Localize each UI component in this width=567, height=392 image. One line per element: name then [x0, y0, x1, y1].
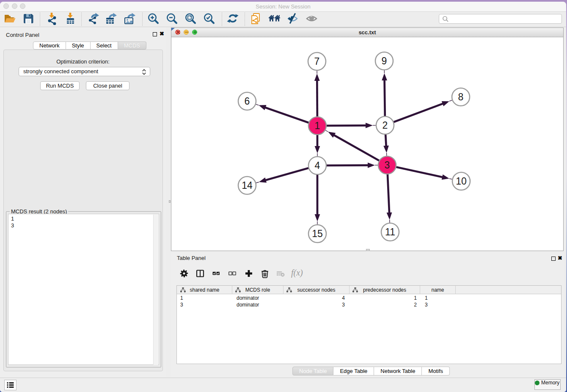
svg-text:3: 3 — [385, 160, 390, 171]
svg-text:11: 11 — [385, 226, 395, 237]
svg-text:7: 7 — [314, 56, 320, 67]
svg-text:15: 15 — [312, 228, 323, 239]
svg-text:1: 1 — [315, 120, 320, 131]
svg-text:2: 2 — [383, 120, 388, 131]
svg-text:8: 8 — [458, 91, 464, 102]
svg-text:9: 9 — [382, 55, 387, 66]
svg-text:f(x): f(x) — [291, 268, 303, 278]
svg-text:4: 4 — [315, 160, 320, 171]
svg-text:6: 6 — [245, 96, 250, 107]
svg-text:10: 10 — [456, 176, 467, 187]
svg-text:14: 14 — [242, 180, 253, 191]
